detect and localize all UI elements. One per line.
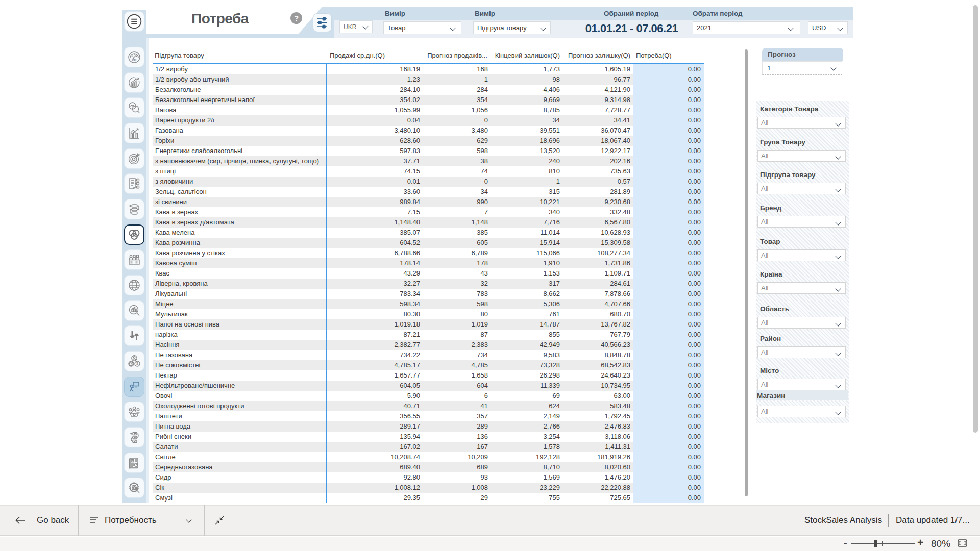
svg-text:$: $ — [136, 362, 138, 365]
svg-text:2: 2 — [137, 183, 138, 185]
svg-text:3: 3 — [137, 186, 138, 188]
svg-text:KPI: KPI — [132, 59, 137, 62]
svg-text:1: 1 — [137, 179, 138, 181]
